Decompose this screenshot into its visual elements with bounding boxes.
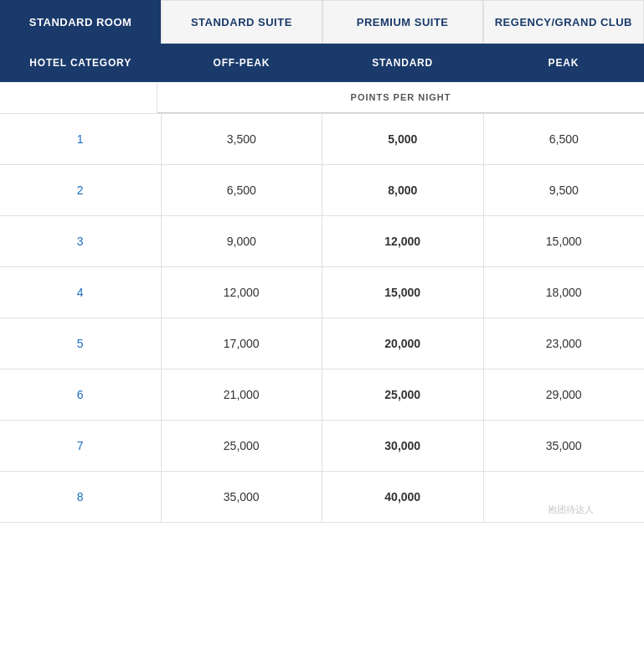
cell-cat-2: 2 (0, 165, 162, 215)
cell-offpeak-5: 17,000 (162, 318, 323, 369)
cell-peak-1: 6,500 (484, 114, 645, 164)
table-body: 1 3,500 5,000 6,500 2 6,500 8,000 9,500 … (0, 114, 644, 523)
cell-cat-8: 8 (0, 472, 162, 522)
cell-offpeak-8: 35,000 (162, 472, 323, 522)
subheader-spacer (0, 82, 157, 113)
cell-standard-4: 15,000 (322, 267, 484, 318)
cell-cat-3: 3 (0, 216, 162, 266)
header-offpeak: OFF-PEAK (161, 44, 322, 82)
tab-standard-room[interactable]: STANDARD ROOM (0, 0, 161, 44)
cell-cat-4: 4 (0, 267, 162, 318)
watermark-label: 抱团待达人 (548, 504, 594, 516)
cell-cat-5: 5 (0, 318, 162, 369)
tab-premium-suite[interactable]: PREMIUM SUITE (322, 0, 483, 44)
cell-standard-6: 25,000 (322, 369, 484, 420)
header-peak: PEAK (483, 44, 644, 82)
table-row: 6 21,000 25,000 29,000 (0, 369, 644, 421)
table-header: HOTEL CATEGORY OFF-PEAK STANDARD PEAK (0, 44, 644, 82)
cell-standard-8: 40,000 (322, 472, 484, 522)
header-category: HOTEL CATEGORY (0, 44, 161, 82)
cell-offpeak-7: 25,000 (162, 421, 323, 471)
tab-regency-grand-club[interactable]: REGENCY/GRAND CLUB (483, 0, 644, 44)
cell-standard-1: 5,000 (322, 114, 484, 164)
table-row: 1 3,500 5,000 6,500 (0, 114, 644, 165)
table-row: 3 9,000 12,000 15,000 (0, 216, 644, 267)
cell-cat-1: 1 (0, 114, 162, 164)
table-row: 2 6,500 8,000 9,500 (0, 165, 644, 216)
cell-cat-6: 6 (0, 369, 162, 420)
table-row: 4 12,000 15,000 18,000 (0, 267, 644, 318)
cell-offpeak-2: 6,500 (162, 165, 323, 215)
cell-peak-5: 23,000 (484, 318, 645, 369)
table-row: 5 17,000 20,000 23,000 (0, 318, 644, 369)
cell-offpeak-6: 21,000 (162, 369, 323, 420)
tab-bar: STANDARD ROOM STANDARD SUITE PREMIUM SUI… (0, 0, 644, 44)
tab-standard-suite[interactable]: STANDARD SUITE (161, 0, 322, 44)
main-container: STANDARD ROOM STANDARD SUITE PREMIUM SUI… (0, 0, 644, 523)
subheader-row: POINTS PER NIGHT (0, 82, 644, 114)
subheader-label: POINTS PER NIGHT (157, 82, 644, 113)
cell-standard-7: 30,000 (322, 421, 484, 471)
header-standard: STANDARD (322, 44, 483, 82)
cell-standard-3: 12,000 (322, 216, 484, 266)
cell-offpeak-4: 12,000 (162, 267, 323, 318)
cell-peak-2: 9,500 (484, 165, 645, 215)
cell-offpeak-1: 3,500 (162, 114, 323, 164)
cell-standard-5: 20,000 (322, 318, 484, 369)
cell-peak-4: 18,000 (484, 267, 645, 318)
cell-peak-6: 29,000 (484, 369, 645, 420)
cell-peak-3: 15,000 (484, 216, 645, 266)
table-row: 7 25,000 30,000 35,000 (0, 421, 644, 472)
cell-standard-2: 8,000 (322, 165, 484, 215)
cell-offpeak-3: 9,000 (162, 216, 323, 266)
cell-peak-7: 35,000 (484, 421, 645, 471)
cell-cat-7: 7 (0, 421, 162, 471)
